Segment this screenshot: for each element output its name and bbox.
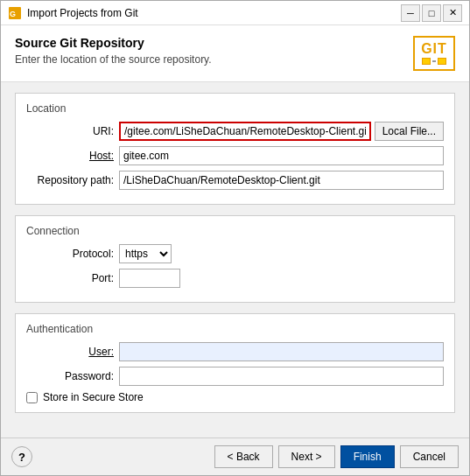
back-button[interactable]: < Back <box>214 445 273 468</box>
help-button[interactable]: ? <box>11 446 32 467</box>
uri-label: URI: <box>26 125 114 137</box>
host-input[interactable] <box>119 146 444 165</box>
protocol-select[interactable]: https http git ssh <box>119 244 172 263</box>
next-button[interactable]: Next > <box>278 445 335 468</box>
protocol-row: Protocol: https http git ssh <box>26 244 444 263</box>
close-button[interactable]: ✕ <box>443 4 462 22</box>
minimize-button[interactable]: ─ <box>401 4 420 22</box>
git-logo: GIT <box>413 36 455 71</box>
protocol-label: Protocol: <box>26 248 114 260</box>
location-section-title: Location <box>26 102 444 115</box>
user-input[interactable] <box>119 342 444 361</box>
page-title: Source Git Repository <box>15 36 212 50</box>
page-subtitle: Enter the location of the source reposit… <box>15 53 212 66</box>
repo-path-row: Repository path: <box>26 171 444 190</box>
window-icon: G <box>8 6 22 20</box>
cancel-button[interactable]: Cancel <box>400 445 459 468</box>
page-header: Source Git Repository Enter the location… <box>1 25 469 82</box>
git-logo-text: GIT <box>421 42 447 56</box>
password-row: Password: <box>26 367 444 386</box>
svg-text:G: G <box>10 10 16 18</box>
port-row: Port: <box>26 269 444 288</box>
title-bar: G Import Projects from Git ─ □ ✕ <box>1 1 469 25</box>
user-label: User: <box>26 346 114 358</box>
authentication-section: Authentication User: Password: Store in … <box>15 313 455 413</box>
connection-section: Connection Protocol: https http git ssh … <box>15 215 455 303</box>
store-secure-row: Store in Secure Store <box>26 391 444 403</box>
password-input[interactable] <box>119 367 444 386</box>
uri-row: URI: Local File... <box>26 122 444 141</box>
local-file-button[interactable]: Local File... <box>375 122 444 141</box>
uri-input-wrap: Local File... <box>119 122 444 141</box>
store-secure-label: Store in Secure Store <box>43 391 144 403</box>
store-secure-checkbox[interactable] <box>26 392 38 403</box>
host-label: Host: <box>26 150 114 162</box>
main-window: G Import Projects from Git ─ □ ✕ Source … <box>0 0 470 476</box>
repo-path-label: Repository path: <box>26 174 114 186</box>
footer-buttons: < Back Next > Finish Cancel <box>32 445 459 468</box>
header-text-block: Source Git Repository Enter the location… <box>15 36 212 66</box>
user-row: User: <box>26 342 444 361</box>
uri-input[interactable] <box>119 122 371 141</box>
repo-path-input[interactable] <box>119 171 444 190</box>
password-label: Password: <box>26 370 114 382</box>
content-area: Location URI: Local File... Host: Reposi… <box>1 82 469 438</box>
host-row: Host: <box>26 146 444 165</box>
location-section: Location URI: Local File... Host: Reposi… <box>15 93 455 205</box>
connection-section-title: Connection <box>26 225 444 237</box>
window-controls: ─ □ ✕ <box>401 4 462 22</box>
window-title: Import Projects from Git <box>27 7 396 19</box>
port-input[interactable] <box>119 269 180 288</box>
footer: ? < Back Next > Finish Cancel <box>1 438 469 475</box>
finish-button[interactable]: Finish <box>340 445 395 468</box>
authentication-section-title: Authentication <box>26 323 444 335</box>
restore-button[interactable]: □ <box>422 4 441 22</box>
port-label: Port: <box>26 272 114 284</box>
